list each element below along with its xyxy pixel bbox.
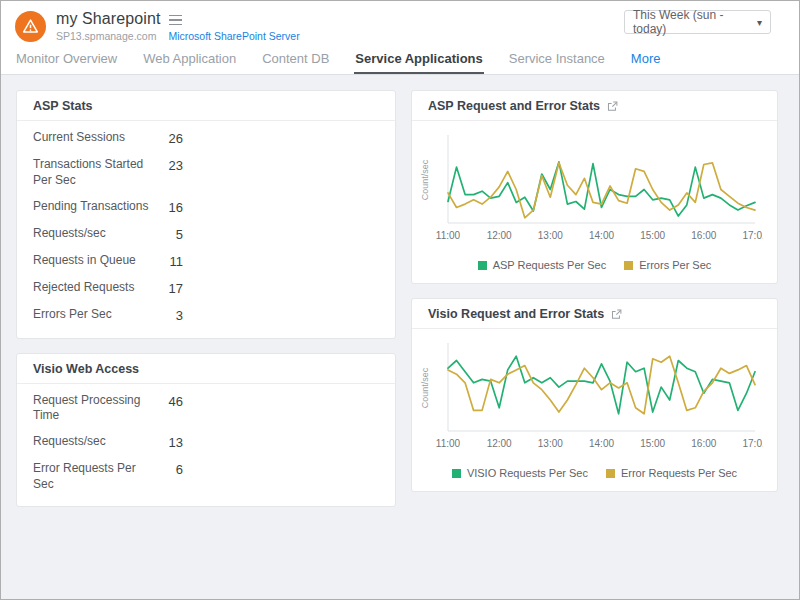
dashboard-content: ASP Stats Current Sessions26Transactions… <box>1 75 799 599</box>
svg-text:Count/sec: Count/sec <box>420 159 430 200</box>
asp-chart-panel: ASP Request and Error Stats Count/sec11:… <box>411 90 778 284</box>
line-chart: Count/sec11:0012:0013:0014:0015:0016:001… <box>418 131 763 245</box>
chart-area: Count/sec11:0012:0013:0014:0015:0016:001… <box>412 121 777 253</box>
stat-value: 46 <box>155 393 183 410</box>
tab-monitor-overview[interactable]: Monitor Overview <box>15 46 118 74</box>
stat-label: Error Requests Per Sec <box>33 461 155 493</box>
svg-text:12:00: 12:00 <box>487 230 512 241</box>
svg-text:16:00: 16:00 <box>691 438 716 449</box>
chart-title: Visio Request and Error Stats <box>428 307 604 321</box>
stat-label: Requests/sec <box>33 226 155 242</box>
stat-row: Requests/sec13 <box>17 429 395 456</box>
panel-title-text: ASP Stats <box>33 99 93 113</box>
header: my Sharepoint SP13.spmanage.com Microsof… <box>1 1 799 46</box>
tab-service-applications[interactable]: Service Applications <box>354 46 483 74</box>
stat-label: Pending Transactions <box>33 199 155 215</box>
stat-row: Pending Transactions16 <box>17 194 395 221</box>
svg-text:14:00: 14:00 <box>589 438 614 449</box>
svg-text:17:0..: 17:0.. <box>742 230 763 241</box>
stat-value: 5 <box>155 226 183 243</box>
visio-web-access-panel: Visio Web Access Request Processing Time… <box>16 353 396 507</box>
legend-label: Errors Per Sec <box>639 259 711 271</box>
svg-text:13:00: 13:00 <box>538 438 563 449</box>
chart-legend: VISIO Requests Per SecError Requests Per… <box>412 461 777 491</box>
panel-title: ASP Stats <box>17 91 395 121</box>
svg-text:14:00: 14:00 <box>589 230 614 241</box>
left-column: ASP Stats Current Sessions26Transactions… <box>16 90 396 507</box>
stat-value: 23 <box>155 157 183 174</box>
stat-label: Current Sessions <box>33 130 155 146</box>
legend-label: Error Requests Per Sec <box>621 467 737 479</box>
chart-area: Count/sec11:0012:0013:0014:0015:0016:001… <box>412 329 777 461</box>
stat-row: Request Processing Time46 <box>17 388 395 430</box>
stat-label: Rejected Requests <box>33 280 155 296</box>
tab-web-application[interactable]: Web Application <box>142 46 237 74</box>
asp-stats-panel: ASP Stats Current Sessions26Transactions… <box>16 90 396 339</box>
stat-value: 26 <box>155 130 183 147</box>
visio-chart-panel: Visio Request and Error Stats Count/sec1… <box>411 298 778 492</box>
legend-item: Errors Per Sec <box>624 259 711 271</box>
time-range-value: This Week (sun - today) <box>633 8 757 36</box>
tab-more[interactable]: More <box>630 46 662 74</box>
stat-value: 3 <box>155 307 183 324</box>
stat-label: Errors Per Sec <box>33 307 155 323</box>
stat-row: Requests in Queue11 <box>17 248 395 275</box>
tab-bar: Monitor Overview Web Application Content… <box>1 46 799 75</box>
legend-item: ASP Requests Per Sec <box>478 259 607 271</box>
legend-swatch <box>478 261 487 270</box>
line-chart: Count/sec11:0012:0013:0014:0015:0016:001… <box>418 339 763 453</box>
stat-label: Requests/sec <box>33 434 155 450</box>
stat-value: 16 <box>155 199 183 216</box>
stat-row: Error Requests Per Sec6 <box>17 456 395 498</box>
stat-row: Current Sessions26 <box>17 125 395 152</box>
stat-label: Requests in Queue <box>33 253 155 269</box>
stat-label: Request Processing Time <box>33 393 155 425</box>
stat-row: Transactions Started Per Sec23 <box>17 152 395 194</box>
page-title: my Sharepoint <box>56 10 160 28</box>
stat-value: 17 <box>155 280 183 297</box>
chart-legend: ASP Requests Per SecErrors Per Sec <box>412 253 777 283</box>
stat-row: Errors Per Sec3 <box>17 302 395 329</box>
open-in-new-window-icon[interactable] <box>611 309 622 320</box>
legend-item: Error Requests Per Sec <box>606 467 737 479</box>
stat-value: 11 <box>155 253 183 270</box>
legend-swatch <box>624 261 633 270</box>
legend-item: VISIO Requests Per Sec <box>452 467 588 479</box>
stat-row: Rejected Requests17 <box>17 275 395 302</box>
stat-rows: Current Sessions26Transactions Started P… <box>17 121 395 338</box>
time-range-dropdown[interactable]: This Week (sun - today) ▾ <box>624 10 771 34</box>
svg-text:15:00: 15:00 <box>640 230 665 241</box>
tab-service-instance[interactable]: Service Instance <box>508 46 606 74</box>
tab-content-db[interactable]: Content DB <box>261 46 330 74</box>
right-column: ASP Request and Error Stats Count/sec11:… <box>411 90 778 492</box>
svg-text:15:00: 15:00 <box>640 438 665 449</box>
legend-swatch <box>452 469 461 478</box>
chevron-down-icon: ▾ <box>757 17 762 28</box>
host-name: SP13.spmanage.com <box>56 30 156 42</box>
legend-label: VISIO Requests Per Sec <box>467 467 588 479</box>
menu-icon[interactable] <box>169 13 182 26</box>
stat-value: 6 <box>155 461 183 478</box>
svg-text:12:00: 12:00 <box>487 438 512 449</box>
legend-label: ASP Requests Per Sec <box>493 259 607 271</box>
svg-text:Count/sec: Count/sec <box>420 367 430 408</box>
svg-text:16:00: 16:00 <box>691 230 716 241</box>
server-type-link[interactable]: Microsoft SharePoint Server <box>168 30 299 42</box>
chart-title: ASP Request and Error Stats <box>428 99 600 113</box>
app-window: my Sharepoint SP13.spmanage.com Microsof… <box>0 0 800 600</box>
warning-triangle-icon <box>22 18 39 34</box>
panel-title: Visio Web Access <box>17 354 395 384</box>
svg-text:17:0..: 17:0.. <box>742 438 763 449</box>
stat-value: 13 <box>155 434 183 451</box>
monitor-status-icon <box>15 11 46 42</box>
title-block: my Sharepoint SP13.spmanage.com Microsof… <box>56 10 300 42</box>
panel-title-text: Visio Web Access <box>33 362 139 376</box>
stat-rows: Request Processing Time46Requests/sec13E… <box>17 384 395 506</box>
stat-row: Requests/sec5 <box>17 221 395 248</box>
svg-text:11:00: 11:00 <box>436 438 461 449</box>
open-in-new-window-icon[interactable] <box>607 101 618 112</box>
svg-text:13:00: 13:00 <box>538 230 563 241</box>
stat-label: Transactions Started Per Sec <box>33 157 155 189</box>
svg-text:11:00: 11:00 <box>436 230 461 241</box>
legend-swatch <box>606 469 615 478</box>
